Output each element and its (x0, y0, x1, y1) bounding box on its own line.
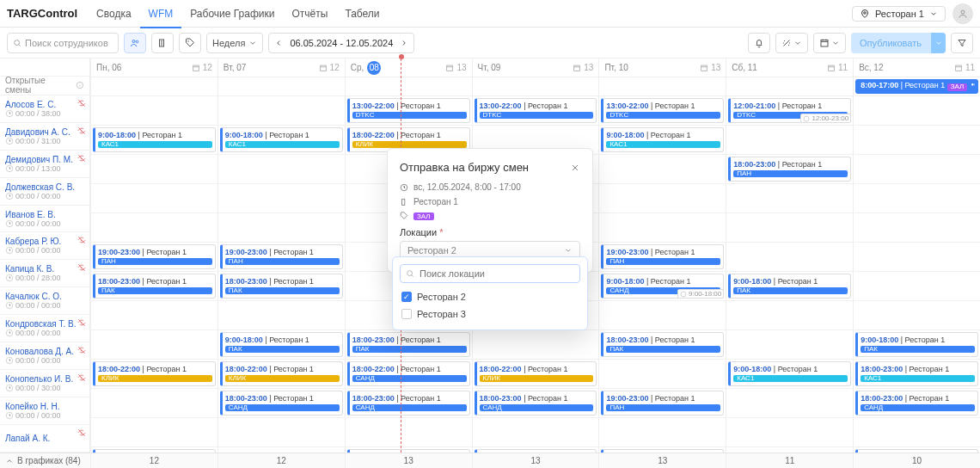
schedule-cell[interactable]: 9:00-18:00 | Ресторан 1 КАС1 (217, 126, 345, 155)
shift-card[interactable]: 9:00-18:00 | Ресторан 1 ПАК (855, 332, 978, 357)
shift-card[interactable]: 9:00-18:00 | Ресторан 1 КАС1 (93, 127, 216, 152)
schedule-cell[interactable] (472, 418, 599, 447)
shift-card[interactable]: 13:00-22:00 | Ресторан 1 DTKC (601, 98, 724, 123)
schedule-cell[interactable] (90, 301, 217, 330)
shift-card[interactable]: 9:00-18:00 | Ресторан 1 ПАК (728, 274, 851, 299)
open-shift-cell[interactable] (217, 77, 345, 96)
schedule-cell[interactable]: 18:00-22:00 | Ресторан 1 КЛИК (472, 360, 599, 389)
shift-card[interactable]: 9:00-18:00 | Ресторан 1 КАС1 (220, 127, 343, 152)
tag-toggle[interactable] (179, 33, 201, 53)
org-toggle[interactable] (151, 33, 174, 53)
schedule-cell[interactable] (598, 213, 726, 243)
schedule-cell[interactable]: 9:00-18:00 | Ресторан 1 ПАК (726, 272, 853, 301)
dd-search[interactable] (400, 264, 580, 283)
shift-card[interactable]: 18:00-23:00 | Ресторан 1 САНД (220, 391, 343, 416)
shift-card[interactable]: 9:00-18:00 | Ресторан 1 КАС1 (601, 127, 724, 152)
nav-schedules[interactable]: Рабочие Графики (181, 0, 283, 28)
schedule-cell[interactable] (345, 418, 472, 447)
week-select[interactable]: Неделя (206, 33, 263, 53)
schedule-cell[interactable] (853, 418, 980, 447)
bottom-label[interactable]: В графиках (84) (0, 453, 90, 468)
dd-option-1[interactable]: Ресторан 3 (400, 305, 580, 323)
schedule-cell[interactable] (90, 213, 217, 243)
schedule-cell[interactable] (472, 330, 599, 360)
shift-card[interactable]: 18:00-23:00 | Ресторан 1 ПАН (728, 157, 851, 182)
schedule-cell[interactable] (598, 360, 726, 389)
schedule-cell[interactable] (217, 155, 345, 184)
schedule-cell[interactable]: 19:00-23:00 | Ресторан 1 ПАН (217, 243, 345, 272)
chevron-left-icon[interactable] (274, 39, 283, 47)
users-toggle[interactable] (124, 33, 146, 53)
shift-card[interactable]: 18:00-22:00 | Ресторан 1 КЛИК (93, 361, 216, 386)
employee-row-label[interactable]: Лапай А. К. (0, 425, 89, 453)
schedule-cell[interactable] (90, 155, 217, 184)
schedule-cell[interactable] (598, 184, 726, 213)
schedule-cell[interactable] (726, 389, 853, 418)
schedule-cell[interactable] (598, 301, 726, 330)
schedule-cell[interactable]: 12:00-21:00 | Ресторан 1 DTKC 12:00-23:0… (726, 96, 853, 126)
shift-card[interactable]: 9:00-18:00 | Ресторан 1 ПАК (220, 332, 343, 357)
employee-row-label[interactable]: Кондровская Т. В.00:00 / 00:00 (0, 315, 89, 342)
schedule-cell[interactable]: 9:00-18:00 | Ресторан 1 КАС1 (726, 360, 853, 389)
employee-row-label[interactable]: Должевская С. В.00:00 / 00:00 (0, 178, 89, 206)
open-shift-cell[interactable] (472, 77, 599, 96)
shift-card[interactable]: 18:00-23:00 | Ресторан 1 ПАК (601, 332, 724, 357)
schedule-cell[interactable]: 18:00-23:00 | Ресторан 1 ПАК (90, 272, 217, 301)
schedule-cell[interactable]: 18:00-23:00 | Ресторан 1 САНД (472, 389, 599, 418)
nav-reports[interactable]: Отчёты (283, 0, 336, 28)
filter-button[interactable] (951, 33, 973, 53)
shift-card[interactable]: 18:00-22:00 | Ресторан 1 САНД (347, 361, 470, 386)
open-shift-card[interactable]: 8:00-17:00 | Ресторан 1 ЗАЛ (855, 79, 978, 94)
schedule-cell[interactable] (853, 301, 980, 330)
shift-card[interactable]: 18:00-23:00 | Ресторан 1 КАС1 (855, 361, 978, 386)
nav-wfm[interactable]: WFM (140, 0, 182, 28)
schedule-cell[interactable]: 18:00-23:00 | Ресторан 1 САНД (217, 389, 345, 418)
open-shift-cell[interactable]: 8:00-17:00 | Ресторан 1 ЗАЛ (853, 77, 980, 96)
publish-caret[interactable] (930, 33, 946, 53)
schedule-cell[interactable] (90, 96, 217, 126)
schedule-cell[interactable]: 19:00-23:00 | Ресторан 1 ПАН (598, 389, 726, 418)
employee-row-label[interactable]: Конопелько И. В.00:00 / 30:00 (0, 370, 89, 397)
schedule-cell[interactable] (726, 301, 853, 330)
shift-card[interactable]: 18:00-22:00 | Ресторан 1 КЛИК (475, 361, 597, 386)
schedule-cell[interactable]: 18:00-23:00 | Ресторан 1 САНД (853, 389, 980, 418)
schedule-cell[interactable]: 18:00-22:00 | Ресторан 1 САНД (345, 360, 472, 389)
schedule-cell[interactable]: 9:00-18:00 | Ресторан 1 КАС1 (90, 126, 217, 155)
nav-timesheets[interactable]: Табели (336, 0, 388, 28)
shift-card[interactable]: 13:00-22:00 | Ресторан 1 DTKC (347, 98, 470, 123)
schedule-cell[interactable] (726, 330, 853, 360)
open-shift-cell[interactable] (598, 77, 726, 96)
employee-row-label[interactable]: Алосов Е. С.00:00 / 38:00 (0, 95, 89, 123)
schedule-cell[interactable] (726, 243, 853, 272)
dd-option-0[interactable]: ✓ Ресторан 2 (400, 288, 580, 305)
nav-summary[interactable]: Сводка (88, 0, 140, 28)
schedule-cell[interactable] (726, 418, 853, 447)
schedule-cell[interactable]: 13:00-22:00 | Ресторан 1 DTKC (345, 96, 472, 126)
shift-card[interactable]: 13:00-22:00 | Ресторан 1 DTKC (475, 98, 597, 123)
schedule-cell[interactable]: 13:00-22:00 | Ресторан 1 DTKC (472, 96, 599, 126)
schedule-cell[interactable] (853, 213, 980, 243)
open-shift-cell[interactable] (90, 77, 217, 96)
location-selector[interactable]: Ресторан 1 (852, 6, 946, 22)
schedule-cell[interactable]: 9:00-18:00 | Ресторан 1 ПАК (217, 330, 345, 360)
schedule-cell[interactable]: 9:00-18:00 | Ресторан 1 ПАК (853, 330, 980, 360)
schedule-cell[interactable]: 18:00-23:00 | Ресторан 1 САНД (345, 389, 472, 418)
schedule-cell[interactable] (726, 126, 853, 155)
magic-button[interactable] (775, 33, 808, 53)
schedule-cell[interactable] (853, 96, 980, 126)
schedule-cell[interactable]: 13:00-22:00 | Ресторан 1 DTKC (598, 96, 726, 126)
schedule-cell[interactable] (853, 184, 980, 213)
schedule-cell[interactable] (217, 184, 345, 213)
employee-row-label[interactable]: Капица К. В.00:00 / 28:00 (0, 260, 89, 287)
shift-card[interactable]: 18:00-23:00 | Ресторан 1 САНД (475, 391, 597, 416)
schedule-cell[interactable]: 19:00-23:00 | Ресторан 1 ПАН (90, 243, 217, 272)
shift-card[interactable]: 18:00-23:00 | Ресторан 1 САНД (347, 391, 470, 416)
schedule-cell[interactable]: 18:00-23:00 | Ресторан 1 ПАК (345, 330, 472, 360)
schedule-cell[interactable] (90, 389, 217, 418)
schedule-cell[interactable] (217, 418, 345, 447)
avatar[interactable] (952, 3, 973, 24)
schedule-cell[interactable] (217, 213, 345, 243)
shift-card[interactable]: 18:00-22:00 | Ресторан 1 КЛИК (220, 361, 343, 386)
schedule-cell[interactable] (598, 418, 726, 447)
employee-row-label[interactable]: Коновалова Д. А.00:00 / 00:00 (0, 342, 89, 370)
